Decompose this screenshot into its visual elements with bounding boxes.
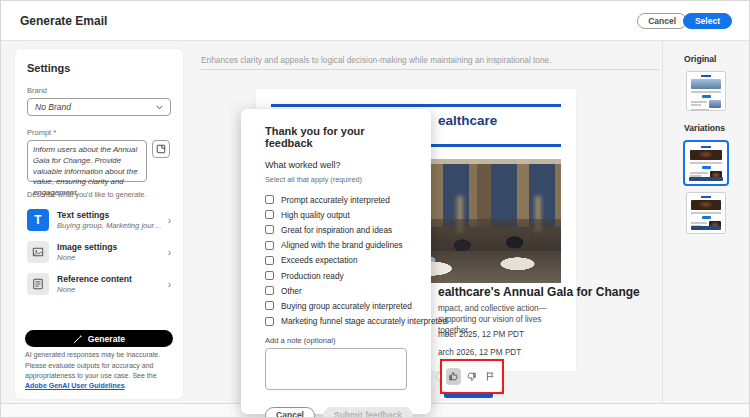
- text-settings-text: Text settings Buying group, Marketing jo…: [57, 210, 164, 230]
- feedback-option[interactable]: Buying group accurately interpreted: [265, 298, 411, 313]
- brand-select-value: No Brand: [35, 102, 71, 112]
- feedback-modal: Thank you for your feedback What worked …: [241, 109, 431, 414]
- prompt-caption: Describe what you'd like to generate.: [27, 190, 171, 199]
- image-settings-row[interactable]: Image settings None ›: [27, 241, 171, 263]
- feedback-toolbar: [442, 361, 502, 392]
- image-settings-text: Image settings None: [57, 242, 164, 262]
- feedback-option[interactable]: Exceeds expectation: [265, 253, 411, 268]
- top-header: Generate Email Cancel Select: [1, 1, 750, 41]
- thumb-hero-image: [691, 200, 721, 210]
- thumb-text-line: [690, 172, 708, 174]
- thumb-text-line: [691, 91, 721, 93]
- thumb-text-line: [691, 222, 707, 224]
- row-title: Text settings: [57, 210, 164, 220]
- email-brand-fragment: ealthcare: [438, 113, 497, 128]
- modal-title: Thank you for your feedback: [265, 125, 411, 149]
- variation-thumbnail[interactable]: [686, 192, 726, 234]
- email-cta-button-fragment: [444, 391, 493, 398]
- feedback-option[interactable]: Other: [265, 283, 411, 298]
- chevron-down-icon: [156, 104, 163, 111]
- disclaimer-text: AI generated responses may be inaccurate…: [25, 351, 160, 378]
- email-heading-fragment: ealthcare's Annual Gala for Change: [438, 285, 588, 299]
- option-label: Other: [281, 286, 302, 296]
- checkbox[interactable]: [265, 317, 274, 326]
- row-title: Image settings: [57, 242, 164, 252]
- feedback-option[interactable]: High quality output: [265, 207, 411, 222]
- chevron-right-icon: ›: [168, 247, 171, 258]
- checkbox[interactable]: [265, 271, 274, 280]
- thumb-row: [691, 100, 721, 108]
- insight-text: Enhances clarity and appeals to logical …: [201, 55, 659, 65]
- flag-button[interactable]: [483, 368, 498, 385]
- original-thumbnail[interactable]: [686, 71, 726, 111]
- paste-prompt-button[interactable]: [152, 140, 170, 158]
- modal-cancel-button[interactable]: Cancel: [265, 407, 315, 418]
- variations-panel: Original Variations: [662, 41, 749, 405]
- checkbox[interactable]: [265, 256, 274, 265]
- genai-guidelines-link[interactable]: Adobe GenAI User Guidelines: [25, 382, 125, 389]
- generate-button[interactable]: Generate: [25, 330, 173, 347]
- modal-question: What worked well?: [265, 160, 411, 170]
- brand-label: Brand: [27, 86, 171, 95]
- chevron-right-icon: ›: [168, 215, 171, 226]
- option-label: Prompt accurately interpreted: [281, 195, 390, 205]
- email-date2-fragment: arch 2026, 12 PM PDT: [438, 348, 521, 357]
- feedback-option[interactable]: Production ready: [265, 268, 411, 283]
- thumb-text-lines: [691, 100, 707, 108]
- reference-content-row[interactable]: Reference content None ›: [27, 273, 171, 295]
- checkbox[interactable]: [265, 241, 274, 250]
- feedback-option[interactable]: Great for inspiration and ideas: [265, 222, 411, 237]
- option-label: High quality output: [281, 210, 350, 220]
- reference-content-text: Reference content None: [57, 274, 164, 294]
- reference-content-icon: [27, 273, 49, 295]
- checkbox[interactable]: [265, 210, 274, 219]
- brand-select[interactable]: No Brand: [27, 98, 171, 116]
- text-settings-row[interactable]: T Text settings Buying group, Marketing …: [27, 209, 171, 231]
- checkbox[interactable]: [265, 225, 274, 234]
- option-label: Great for inspiration and ideas: [281, 225, 392, 235]
- settings-heading: Settings: [27, 62, 171, 74]
- feedback-options-list: Prompt accurately interpreted High quali…: [265, 192, 411, 329]
- thumb-cta: [702, 166, 711, 169]
- row-subtitle: None: [57, 285, 164, 294]
- option-label: Marketing funnel stage accurately interp…: [281, 316, 447, 326]
- variations-label: Variations: [684, 123, 749, 133]
- settings-panel: Settings Brand No Brand Prompt * Inform …: [15, 49, 183, 399]
- paste-icon: [156, 144, 166, 154]
- magic-wand-icon: [73, 334, 83, 344]
- thumb-cta: [702, 216, 711, 219]
- image-settings-icon: [27, 241, 49, 263]
- email-header-rule: [271, 104, 561, 107]
- variation-thumbnail-selected[interactable]: [683, 140, 729, 186]
- thumb-header-line: [701, 75, 711, 77]
- disclaimer-suffix: .: [125, 382, 127, 389]
- modal-footer: Cancel Submit feedback: [265, 407, 413, 418]
- thumbs-up-button[interactable]: [446, 368, 461, 385]
- thumb-header-line: [701, 196, 711, 198]
- note-label: Add a note (optional): [265, 336, 411, 345]
- submit-feedback-button[interactable]: Submit feedback: [323, 407, 413, 418]
- option-label: Production ready: [281, 271, 344, 281]
- note-input[interactable]: [265, 348, 407, 390]
- thumbs-down-button[interactable]: [464, 368, 479, 385]
- thumb-hero-image: [691, 79, 721, 89]
- checkbox[interactable]: [265, 195, 274, 204]
- option-label: Aligned with the brand guidelines: [281, 240, 403, 250]
- thumb-text-line: [690, 162, 722, 164]
- feedback-option[interactable]: Marketing funnel stage accurately interp…: [265, 314, 411, 329]
- modal-instruction: Select all that apply (required): [265, 175, 411, 184]
- page-title: Generate Email: [20, 14, 107, 28]
- thumb-text-line: [691, 104, 701, 106]
- checkbox[interactable]: [265, 301, 274, 310]
- thumbs-up-icon: [448, 371, 459, 382]
- checkbox[interactable]: [265, 286, 274, 295]
- prompt-input[interactable]: Inform users about the Annual Gala for C…: [27, 140, 147, 182]
- thumb-header-line: [701, 146, 711, 148]
- insight-divider: [201, 69, 659, 70]
- select-button[interactable]: Select: [683, 13, 732, 29]
- thumb-footer-bar: [691, 226, 721, 230]
- feedback-option[interactable]: Aligned with the brand guidelines: [265, 238, 411, 253]
- thumb-cta: [702, 95, 711, 98]
- cancel-button[interactable]: Cancel: [637, 13, 687, 29]
- feedback-option[interactable]: Prompt accurately interpreted: [265, 192, 411, 207]
